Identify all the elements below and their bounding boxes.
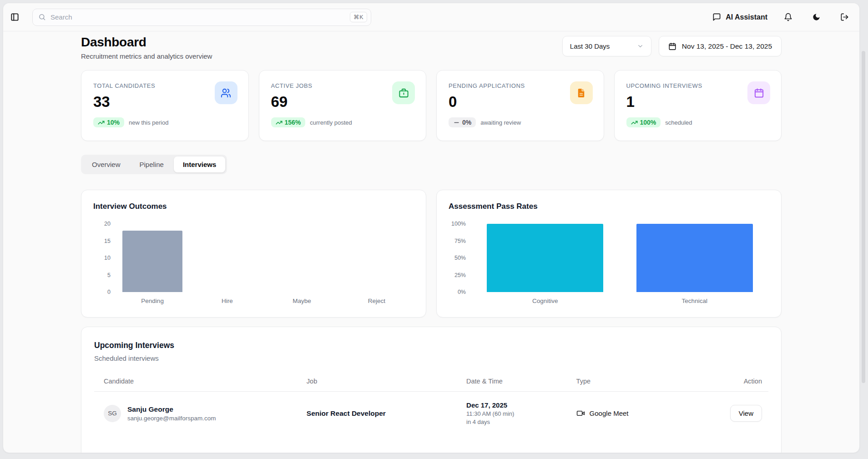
column-header-action: Action bbox=[697, 378, 768, 385]
desktop-background: ⌘K AI Assistant bbox=[0, 0, 868, 459]
logout-icon bbox=[840, 13, 849, 21]
stat-note: new this period bbox=[129, 119, 168, 126]
calendar-icon bbox=[747, 81, 770, 104]
assessment-pass-rates-chart: 0%25%50%75%100% CognitiveTechnical bbox=[449, 224, 769, 304]
bar-slot bbox=[265, 224, 339, 292]
app-window: ⌘K AI Assistant bbox=[3, 3, 860, 453]
y-axis-tick: 5 bbox=[107, 272, 111, 278]
upcoming-interviews-title: Upcoming Interviews bbox=[94, 341, 768, 350]
bell-icon bbox=[784, 13, 792, 21]
table-header-row: Candidate Job Date & Time Type Action bbox=[94, 378, 768, 392]
trend-badge: 10% bbox=[93, 117, 124, 127]
column-header-candidate: Candidate bbox=[94, 378, 307, 385]
interview-type: Google Meet bbox=[590, 409, 629, 417]
stat-card-pending-applications: PENDING APPLICATIONS 0 0% awaiting revie… bbox=[436, 70, 604, 141]
y-axis-tick: 75% bbox=[454, 238, 466, 244]
ai-assistant-label: AI Assistant bbox=[726, 13, 767, 21]
y-axis-tick: 15 bbox=[104, 238, 111, 244]
charts-row: Interview Outcomes 05101520 PendingHireM… bbox=[81, 190, 782, 318]
bar-pending bbox=[122, 231, 182, 292]
search-shortcut-hint: ⌘K bbox=[350, 12, 367, 22]
job-title: Senior React Developer bbox=[307, 409, 466, 418]
x-axis-label: Cognitive bbox=[470, 298, 620, 304]
search-input[interactable] bbox=[50, 13, 350, 21]
chart-title: Interview Outcomes bbox=[93, 202, 414, 211]
x-axis-label: Hire bbox=[190, 298, 264, 304]
stat-note: awaiting review bbox=[480, 119, 521, 126]
table-row: SG Sanju George sanju.george@mailforspam… bbox=[94, 392, 768, 435]
column-header-job: Job bbox=[307, 378, 466, 385]
x-axis-label: Maybe bbox=[265, 298, 339, 304]
ai-assistant-button[interactable]: AI Assistant bbox=[712, 13, 767, 21]
notifications-button[interactable] bbox=[780, 10, 796, 25]
stat-card-total-candidates: TOTAL CANDIDATES 33 10% new this period bbox=[81, 70, 249, 141]
trending-up-icon bbox=[98, 119, 105, 126]
trend-badge: 0% bbox=[449, 117, 476, 127]
bar-slot bbox=[339, 224, 414, 292]
main-content: Dashboard Recruitment metrics and analyt… bbox=[81, 31, 782, 453]
message-square-icon bbox=[712, 13, 721, 21]
search-box[interactable]: ⌘K bbox=[32, 9, 371, 26]
view-interview-button[interactable]: View bbox=[730, 405, 762, 422]
minus-icon bbox=[453, 119, 460, 126]
x-axis-label: Reject bbox=[339, 298, 414, 304]
candidate-email: sanju.george@mailforspam.com bbox=[127, 415, 216, 422]
calendar-icon bbox=[668, 42, 676, 50]
date-range-select-value: Last 30 Days bbox=[570, 42, 610, 50]
bar-slot bbox=[620, 224, 770, 292]
tab-overview[interactable]: Overview bbox=[83, 156, 130, 172]
bar-technical bbox=[636, 224, 753, 292]
chart-title: Assessment Pass Rates bbox=[449, 202, 769, 211]
logout-button[interactable] bbox=[837, 10, 852, 25]
column-header-date-time: Date & Time bbox=[466, 378, 576, 385]
bar-slot bbox=[190, 224, 264, 292]
bar-slot bbox=[115, 224, 190, 292]
plot-area: PendingHireMaybeReject bbox=[115, 224, 414, 304]
search-icon bbox=[38, 13, 46, 21]
sidebar-toggle-button[interactable] bbox=[7, 10, 22, 25]
x-axis: PendingHireMaybeReject bbox=[115, 298, 414, 304]
stat-card-upcoming-interviews: UPCOMING INTERVIEWS 1 100% scheduled bbox=[614, 70, 782, 141]
y-axis-tick: 100% bbox=[451, 221, 466, 227]
column-header-type: Type bbox=[576, 378, 698, 385]
bar-slot bbox=[470, 224, 620, 292]
x-axis-label: Technical bbox=[620, 298, 770, 304]
interview-outcomes-chart-card: Interview Outcomes 05101520 PendingHireM… bbox=[81, 190, 426, 318]
panel-left-icon bbox=[10, 13, 19, 21]
avatar: SG bbox=[104, 405, 121, 422]
dashboard-tabs: Overview Pipeline Interviews bbox=[81, 155, 227, 174]
page-title: Dashboard bbox=[81, 35, 212, 50]
tab-interviews[interactable]: Interviews bbox=[174, 156, 225, 172]
interviews-table: Candidate Job Date & Time Type Action SG… bbox=[94, 378, 768, 435]
upcoming-interviews-subtitle: Scheduled interviews bbox=[94, 354, 768, 362]
y-axis-tick: 50% bbox=[454, 255, 466, 261]
trend-badge: 100% bbox=[626, 117, 661, 127]
vertical-scrollbar[interactable] bbox=[862, 51, 865, 383]
date-range-picker-value: Nov 13, 2025 - Dec 13, 2025 bbox=[682, 42, 772, 50]
interview-date: Dec 17, 2025 bbox=[466, 401, 576, 409]
briefcase-icon bbox=[392, 81, 415, 104]
file-text-icon bbox=[570, 81, 593, 104]
top-bar: ⌘K AI Assistant bbox=[3, 3, 859, 31]
y-axis: 05101520 bbox=[93, 224, 115, 292]
stats-grid: TOTAL CANDIDATES 33 10% new this period bbox=[81, 70, 782, 141]
page-subtitle: Recruitment metrics and analytics overvi… bbox=[81, 52, 212, 60]
dark-mode-toggle-button[interactable] bbox=[808, 10, 824, 25]
interview-time: 11:30 AM (60 min) bbox=[466, 410, 576, 417]
trending-up-icon bbox=[276, 119, 283, 126]
upcoming-interviews-card: Upcoming Interviews Scheduled interviews… bbox=[81, 327, 782, 453]
stat-note: currently posted bbox=[310, 119, 352, 126]
chevron-down-icon bbox=[637, 43, 644, 50]
candidate-name: Sanju George bbox=[127, 405, 216, 414]
x-axis-label: Pending bbox=[115, 298, 190, 304]
assessment-pass-rates-chart-card: Assessment Pass Rates 0%25%50%75%100% Co… bbox=[436, 190, 782, 318]
plot-area: CognitiveTechnical bbox=[470, 224, 769, 304]
stat-card-active-jobs: ACTIVE JOBS 69 156% currently posted bbox=[259, 70, 427, 141]
trend-badge: 156% bbox=[271, 117, 306, 127]
bar-cognitive bbox=[487, 224, 603, 292]
tab-pipeline[interactable]: Pipeline bbox=[131, 156, 173, 172]
y-axis-tick: 0 bbox=[107, 289, 111, 295]
date-range-picker-button[interactable]: Nov 13, 2025 - Dec 13, 2025 bbox=[659, 36, 782, 56]
date-range-select[interactable]: Last 30 Days bbox=[562, 36, 651, 56]
trending-up-icon bbox=[631, 119, 638, 126]
